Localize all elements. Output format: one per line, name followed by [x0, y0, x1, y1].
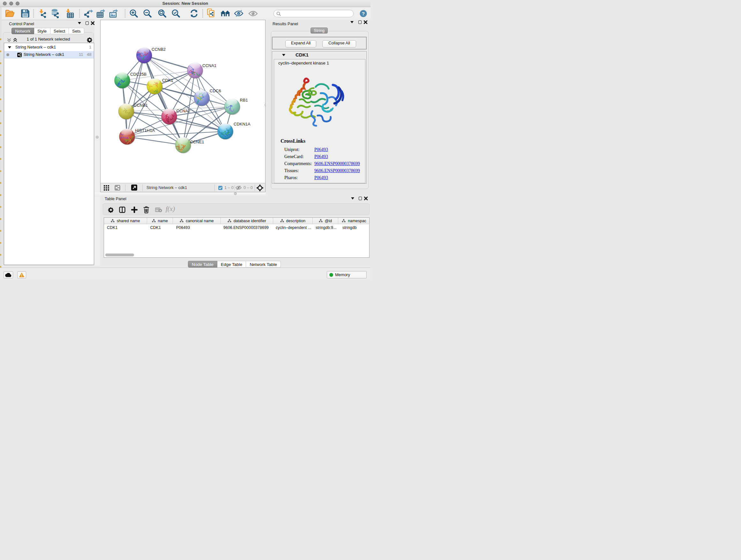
- svg-text:CCNB2: CCNB2: [151, 47, 165, 52]
- svg-text:RB1: RB1: [240, 98, 248, 103]
- svg-text:?: ?: [362, 11, 365, 16]
- svg-text:CDK1: CDK1: [162, 78, 173, 83]
- svg-text:HIST1H1A: HIST1H1A: [135, 128, 155, 133]
- svg-text:CCNE1: CCNE1: [190, 139, 204, 144]
- svg-text:CCNB1: CCNB1: [134, 103, 148, 108]
- svg-text:CDC25B: CDC25B: [130, 72, 146, 77]
- svg-text:CCNA2: CCNA2: [177, 109, 191, 113]
- svg-text:CCNA1: CCNA1: [202, 63, 216, 68]
- svg-text:CDC6: CDC6: [210, 88, 221, 93]
- svg-text:CDKN1A: CDKN1A: [233, 122, 251, 126]
